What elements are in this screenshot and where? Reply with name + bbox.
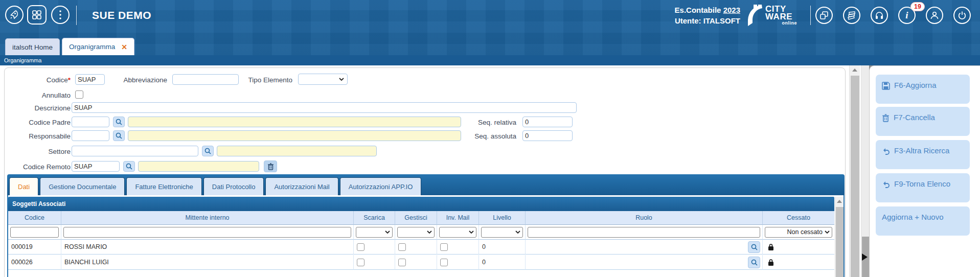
col-header-codice[interactable]: Codice bbox=[8, 211, 61, 225]
table-row[interactable]: 000026 BIANCHI LUIGI 0 bbox=[8, 255, 834, 270]
rocket-button[interactable] bbox=[5, 6, 24, 24]
ruolo-search-button[interactable] bbox=[748, 257, 760, 268]
table-row[interactable]: 000019 ROSSI MARIO 0 bbox=[8, 240, 834, 255]
tab-fatture-elettroniche[interactable]: Fatture Elettroniche bbox=[126, 177, 201, 195]
gestisci-checkbox[interactable] bbox=[398, 259, 406, 266]
table-scrollbar[interactable] bbox=[835, 197, 844, 277]
filter-livello-select[interactable] bbox=[481, 227, 523, 238]
filter-cessato-select[interactable]: Non cessato bbox=[765, 227, 832, 238]
codice-remoto-search-button[interactable] bbox=[123, 161, 135, 172]
tab-dati-protocollo[interactable]: Dati Protocollo bbox=[203, 177, 264, 195]
chevron-down-icon bbox=[427, 230, 432, 234]
col-header-ruolo[interactable]: Ruolo bbox=[526, 211, 763, 225]
settore-label: Settore bbox=[4, 148, 71, 155]
inv-mail-checkbox[interactable] bbox=[440, 259, 448, 266]
undo-arrow-icon bbox=[882, 180, 890, 189]
col-header-inv-mail[interactable]: Inv. Mail bbox=[437, 211, 479, 225]
descrizione-input[interactable] bbox=[72, 102, 577, 113]
cityware-logo bbox=[746, 5, 764, 28]
windows-button[interactable] bbox=[815, 7, 833, 24]
tab-gestione-documentale[interactable]: Gestione Documentale bbox=[40, 177, 125, 195]
ruolo-search-button[interactable] bbox=[748, 241, 760, 253]
user-button[interactable] bbox=[926, 7, 943, 24]
collapse-panel-arrow[interactable] bbox=[862, 253, 868, 261]
cityware-logo-text: CITY WARE online bbox=[765, 5, 797, 26]
more-menu-button[interactable] bbox=[51, 6, 70, 24]
scarica-checkbox[interactable] bbox=[357, 243, 364, 251]
search-icon bbox=[126, 163, 132, 170]
tab-home-label: italsoft Home bbox=[12, 43, 53, 51]
button-label: F7-Cancella bbox=[894, 113, 935, 122]
save-icon bbox=[882, 82, 890, 90]
col-header-cessato[interactable]: Cessato bbox=[763, 211, 834, 225]
button-label: F3-Altra Ricerca bbox=[894, 146, 949, 155]
apps-grid-button[interactable] bbox=[27, 5, 47, 25]
button-label: F6-Aggiorna bbox=[894, 81, 937, 89]
gestisci-checkbox[interactable] bbox=[398, 243, 406, 251]
codice-remoto-delete-button[interactable] bbox=[264, 160, 277, 172]
descrizione-label: Descrizione bbox=[4, 104, 71, 112]
col-header-gestisci[interactable]: Gestisci bbox=[395, 211, 437, 225]
cell-codice: 000026 bbox=[8, 255, 61, 270]
support-button[interactable] bbox=[871, 7, 888, 24]
tab-organigramma[interactable]: Organigramma ✕ bbox=[62, 38, 134, 55]
main-scrollbar-thumb[interactable] bbox=[851, 76, 859, 277]
filter-mittente-input[interactable] bbox=[63, 227, 351, 238]
manuals-button[interactable] bbox=[843, 7, 860, 24]
responsabile-label: Responsabile bbox=[4, 132, 71, 140]
main-scrollbar[interactable] bbox=[849, 65, 860, 277]
cell-mittente: BIANCHI LUIGI bbox=[61, 255, 354, 270]
tipo-elemento-select[interactable] bbox=[298, 74, 348, 85]
f3-altra-ricerca-button[interactable]: F3-Altra Ricerca bbox=[876, 140, 970, 169]
codice-remoto-input[interactable] bbox=[72, 161, 120, 172]
rocket-icon bbox=[9, 10, 19, 20]
codice-padre-input[interactable] bbox=[72, 117, 109, 127]
seq-assoluta-input[interactable] bbox=[522, 130, 573, 141]
codice-padre-search-button[interactable] bbox=[113, 117, 125, 127]
tab-italsoft-home[interactable]: italsoft Home bbox=[5, 38, 60, 55]
filter-gestisci-select[interactable] bbox=[397, 227, 435, 238]
col-header-scarica[interactable]: Scarica bbox=[354, 211, 395, 225]
logout-button[interactable] bbox=[953, 7, 971, 24]
search-icon bbox=[116, 132, 122, 139]
notification-badge[interactable]: 19 bbox=[910, 2, 925, 11]
cityware-swoosh-icon bbox=[746, 5, 764, 26]
tab-autorizzazioni-mail[interactable]: Autorizzazioni Mail bbox=[265, 177, 338, 195]
f7-cancella-button[interactable]: F7-Cancella bbox=[876, 107, 970, 136]
apps-grid-icon bbox=[32, 10, 42, 20]
seq-relativa-input[interactable] bbox=[522, 117, 573, 127]
chevron-down-icon bbox=[515, 230, 520, 234]
annullato-checkbox[interactable] bbox=[75, 90, 83, 99]
responsabile-search-button[interactable] bbox=[113, 130, 125, 141]
chevron-down-icon bbox=[385, 230, 390, 234]
filter-inv-mail-select[interactable] bbox=[439, 227, 476, 238]
sidebar-scrollbar[interactable] bbox=[861, 65, 869, 277]
logo-ware: WARE bbox=[765, 13, 797, 20]
tab-close-icon[interactable]: ✕ bbox=[121, 43, 127, 51]
scarica-checkbox[interactable] bbox=[357, 259, 364, 266]
scroll-up-icon[interactable] bbox=[852, 68, 857, 72]
f9-torna-elenco-button[interactable]: F9-Torna Elenco bbox=[876, 173, 970, 202]
action-sidebar: F6-Aggiorna F7-Cancella F3-Altra Ricerca… bbox=[869, 65, 980, 277]
tab-dati[interactable]: Dati bbox=[9, 177, 38, 195]
cell-ruolo bbox=[526, 255, 763, 270]
f6-aggiorna-button[interactable]: F6-Aggiorna bbox=[876, 75, 970, 104]
settore-input[interactable] bbox=[72, 146, 198, 156]
inv-mail-checkbox[interactable] bbox=[440, 243, 448, 251]
lock-icon bbox=[768, 259, 774, 266]
col-header-mittente[interactable]: Mittente interno bbox=[61, 211, 354, 225]
header-divider-2 bbox=[810, 6, 811, 25]
aggiorna-nuovo-button[interactable]: Aggiorna + Nuovo bbox=[876, 206, 970, 236]
col-header-livello[interactable]: Livello bbox=[479, 211, 526, 225]
settore-search-button[interactable] bbox=[202, 146, 214, 156]
filter-ruolo-input[interactable] bbox=[528, 227, 760, 238]
filter-scarica-select[interactable] bbox=[356, 227, 393, 238]
codice-padre-desc-field bbox=[128, 117, 461, 127]
table-scrollbar-thumb[interactable] bbox=[836, 207, 844, 277]
responsabile-input[interactable] bbox=[72, 130, 109, 141]
chevron-down-icon bbox=[339, 78, 344, 81]
tab-autorizzazioni-appio[interactable]: Autorizzazioni APP.IO bbox=[340, 177, 422, 195]
scroll-up-icon[interactable] bbox=[837, 200, 842, 203]
filter-codice-input[interactable] bbox=[10, 227, 59, 238]
tab-organigramma-label: Organigramma bbox=[69, 43, 115, 51]
